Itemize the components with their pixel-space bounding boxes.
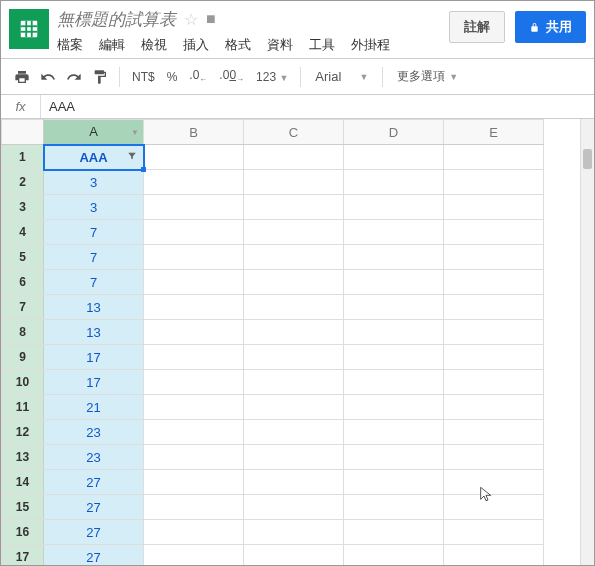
column-header-A[interactable]: A▼ [44,120,144,145]
cell-C4[interactable] [244,220,344,245]
row-header-7[interactable]: 7 [2,295,44,320]
cell-D17[interactable] [344,545,444,566]
cell-B4[interactable] [144,220,244,245]
cell-D2[interactable] [344,170,444,195]
number-format[interactable]: 123 ▼ [252,70,292,84]
cell-A7[interactable]: 13 [44,295,144,320]
cell-D15[interactable] [344,495,444,520]
currency-format[interactable]: NT$ [128,70,159,84]
percent-format[interactable]: % [163,70,182,84]
comments-button[interactable]: 註解 [449,11,505,43]
row-header-10[interactable]: 10 [2,370,44,395]
cell-D8[interactable] [344,320,444,345]
cell-A11[interactable]: 21 [44,395,144,420]
column-header-B[interactable]: B [144,120,244,145]
row-header-11[interactable]: 11 [2,395,44,420]
cell-A10[interactable]: 17 [44,370,144,395]
cell-D14[interactable] [344,470,444,495]
cell-E4[interactable] [444,220,544,245]
cell-B11[interactable] [144,395,244,420]
cell-E7[interactable] [444,295,544,320]
cell-B8[interactable] [144,320,244,345]
cell-B1[interactable] [144,145,244,170]
cell-E16[interactable] [444,520,544,545]
cell-C10[interactable] [244,370,344,395]
cell-C1[interactable] [244,145,344,170]
column-header-C[interactable]: C [244,120,344,145]
row-header-2[interactable]: 2 [2,170,44,195]
cell-C9[interactable] [244,345,344,370]
row-header-13[interactable]: 13 [2,445,44,470]
row-header-5[interactable]: 5 [2,245,44,270]
cell-D4[interactable] [344,220,444,245]
cell-C14[interactable] [244,470,344,495]
sheets-logo[interactable] [9,9,49,49]
menu-tools[interactable]: 工具 [309,36,335,54]
cell-D11[interactable] [344,395,444,420]
menu-addons[interactable]: 外掛程 [351,36,390,54]
document-title[interactable]: 無標題的試算表 [57,8,176,31]
row-header-4[interactable]: 4 [2,220,44,245]
cell-C17[interactable] [244,545,344,566]
cell-D1[interactable] [344,145,444,170]
cell-A15[interactable]: 27 [44,495,144,520]
cell-C16[interactable] [244,520,344,545]
cell-B13[interactable] [144,445,244,470]
row-header-6[interactable]: 6 [2,270,44,295]
cell-C13[interactable] [244,445,344,470]
cell-D3[interactable] [344,195,444,220]
row-header-14[interactable]: 14 [2,470,44,495]
column-menu-icon[interactable]: ▼ [131,127,139,136]
cell-B14[interactable] [144,470,244,495]
cell-A16[interactable]: 27 [44,520,144,545]
formula-input[interactable]: AAA [41,95,594,118]
cell-C2[interactable] [244,170,344,195]
scrollbar-thumb[interactable] [583,149,592,169]
cell-B9[interactable] [144,345,244,370]
cell-C7[interactable] [244,295,344,320]
print-icon[interactable] [11,66,33,88]
cell-A5[interactable]: 7 [44,245,144,270]
cell-D9[interactable] [344,345,444,370]
star-icon[interactable]: ☆ [184,10,198,29]
cell-A12[interactable]: 23 [44,420,144,445]
cell-A2[interactable]: 3 [44,170,144,195]
cell-E10[interactable] [444,370,544,395]
cell-C12[interactable] [244,420,344,445]
cell-B3[interactable] [144,195,244,220]
cell-A3[interactable]: 3 [44,195,144,220]
cell-E6[interactable] [444,270,544,295]
cell-E1[interactable] [444,145,544,170]
share-button[interactable]: 共用 [515,11,586,43]
cell-A4[interactable]: 7 [44,220,144,245]
cell-E13[interactable] [444,445,544,470]
cell-E5[interactable] [444,245,544,270]
redo-icon[interactable] [63,66,85,88]
cell-E14[interactable] [444,470,544,495]
cell-D5[interactable] [344,245,444,270]
row-header-15[interactable]: 15 [2,495,44,520]
cell-C6[interactable] [244,270,344,295]
cell-B2[interactable] [144,170,244,195]
cell-D10[interactable] [344,370,444,395]
cell-C15[interactable] [244,495,344,520]
more-options[interactable]: 更多選項▼ [391,68,464,85]
menu-file[interactable]: 檔案 [57,36,83,54]
undo-icon[interactable] [37,66,59,88]
cell-B6[interactable] [144,270,244,295]
spreadsheet-grid[interactable]: A▼BCDE1AAA233347576771381391710171121122… [1,119,580,565]
decrease-decimal[interactable]: .0← [185,68,211,84]
cell-A6[interactable]: 7 [44,270,144,295]
cell-B7[interactable] [144,295,244,320]
cell-D12[interactable] [344,420,444,445]
cell-D16[interactable] [344,520,444,545]
menu-view[interactable]: 檢視 [141,36,167,54]
cell-C5[interactable] [244,245,344,270]
cell-E9[interactable] [444,345,544,370]
cell-E8[interactable] [444,320,544,345]
cell-E12[interactable] [444,420,544,445]
cell-E3[interactable] [444,195,544,220]
menu-data[interactable]: 資料 [267,36,293,54]
cell-B10[interactable] [144,370,244,395]
cell-A13[interactable]: 23 [44,445,144,470]
